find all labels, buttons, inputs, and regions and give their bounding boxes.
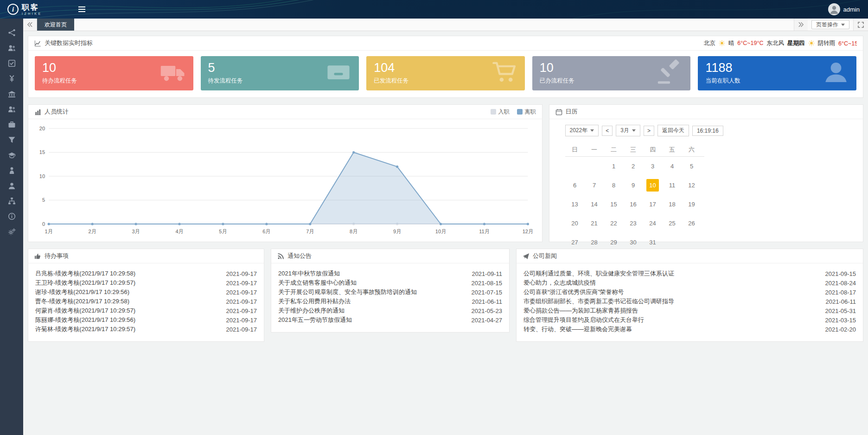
calendar-day-16[interactable]: 16	[624, 195, 643, 214]
next-month-button[interactable]: >	[644, 126, 654, 136]
calendar-day-19[interactable]: 19	[682, 195, 702, 214]
calendar-day-17[interactable]: 17	[643, 195, 663, 214]
user-menu[interactable]: admin	[828, 3, 868, 15]
news-item-text[interactable]: 爱心助力，众志成城抗疫情	[523, 279, 601, 287]
sidebar-item-user[interactable]	[0, 178, 23, 193]
news-item-text[interactable]: 市委组织部副部长、市委两新工委书记莅临公司调研指导	[523, 297, 680, 306]
sidebar-item-info[interactable]	[0, 209, 23, 224]
todo-item-text[interactable]: 曹冬-绩效考核(2021/9/17 10:29:58)	[35, 297, 135, 306]
tabs-scroll-left-button[interactable]	[23, 19, 37, 31]
calendar-day-1[interactable]: 1	[604, 157, 624, 176]
calendar-day-7[interactable]: 7	[585, 176, 604, 195]
news-item-text[interactable]: 爱心捐款公告——为装卸工杨家青募捐报告	[523, 307, 644, 315]
notice-item-date: 2021-05-23	[471, 307, 502, 314]
calendar-title: 日历	[566, 108, 578, 116]
sidebar-item-team[interactable]	[0, 102, 23, 117]
calendar-day-24[interactable]: 24	[643, 214, 663, 233]
news-item: 爱心捐款公告——为装卸工杨家青募捐报告2021-05-31	[523, 306, 856, 315]
stat-card-5[interactable]: 1188当前在职人数	[698, 56, 856, 90]
sidebar-item-org-chart[interactable]	[0, 25, 23, 40]
calendar-day-18[interactable]: 18	[663, 195, 682, 214]
svg-text:9月: 9月	[393, 229, 401, 234]
fullscreen-button[interactable]	[853, 19, 868, 31]
sidebar-item-person[interactable]	[0, 163, 23, 178]
notice-item-text[interactable]: 关于维护办公秩序的通知	[278, 307, 350, 315]
sidebar-item-users[interactable]	[0, 40, 23, 56]
sidebar-item-sitemap[interactable]	[0, 193, 23, 209]
sidebar-item-graduation-cap[interactable]	[0, 147, 23, 163]
notice-item-text[interactable]: 关于开展公司规章制度、安全与事故预防培训的通知	[278, 288, 422, 296]
calendar-day-22[interactable]: 22	[604, 214, 624, 233]
tab-operations-button[interactable]: 页签操作	[811, 20, 849, 29]
filter-icon	[8, 136, 16, 144]
calendar-day-12[interactable]: 12	[682, 176, 702, 195]
calendar-day-3[interactable]: 3	[643, 157, 663, 176]
back-to-today-button[interactable]: 返回今天	[657, 125, 689, 136]
calendar-day-8[interactable]: 8	[604, 176, 624, 195]
stat-card-3[interactable]: 104已发流程任务	[366, 56, 525, 90]
legend-item-入职[interactable]: 入职	[491, 108, 510, 116]
sidebar-item-yen[interactable]	[0, 71, 23, 86]
stat-card-1[interactable]: 10待办流程任务	[35, 56, 193, 90]
bottom-row: 待办事项 吕兆栋-绩效考核(2021/9/17 10:29:58)2021-09…	[28, 249, 863, 342]
calendar-day-11[interactable]: 11	[663, 176, 682, 195]
news-item-text[interactable]: 转变、行动、突破——迎新晚会完美谢幕	[523, 325, 638, 333]
calendar-day-13[interactable]: 13	[565, 195, 585, 214]
todo-item-text[interactable]: 吕兆栋-绩效考核(2021/9/17 10:29:58)	[35, 269, 141, 278]
notice-item-text[interactable]: 2021年中秋节放假通知	[278, 269, 345, 278]
user-icon	[8, 182, 16, 190]
sidebar	[0, 19, 23, 435]
notice-item-text[interactable]: 关于私车公用费用补贴办法	[278, 297, 356, 306]
sidebar-item-briefcase[interactable]	[0, 117, 23, 132]
calendar-day-14[interactable]: 14	[585, 195, 604, 214]
legend-swatch	[491, 109, 496, 115]
calendar-day-26[interactable]: 26	[682, 214, 702, 233]
calendar-today: 10	[646, 179, 659, 192]
sidebar-item-check-square[interactable]	[0, 56, 23, 71]
todo-item-text[interactable]: 何蒙肖-绩效考核(2021/9/17 10:29:57)	[35, 307, 141, 315]
prev-month-button[interactable]: <	[602, 126, 613, 136]
tabs-scroll-right-button[interactable]	[794, 19, 808, 31]
tab-home[interactable]: 欢迎首页	[37, 19, 74, 31]
calendar-week-row: 13141516171819	[565, 195, 704, 214]
todo-item-date: 2021-09-17	[226, 270, 257, 277]
calendar-day-15[interactable]: 15	[604, 195, 624, 214]
month-select[interactable]: 3月	[616, 125, 640, 136]
year-select-value: 2022年	[570, 127, 588, 134]
calendar-day-25[interactable]: 25	[663, 214, 682, 233]
calendar-day-6[interactable]: 6	[565, 176, 585, 195]
todo-item-text[interactable]: 谢珍-绩效考核(2021/9/17 10:29:56)	[35, 288, 135, 296]
weather-wind: 东北风	[767, 39, 785, 47]
personnel-stats-header: 人员统计 入职离职	[28, 105, 542, 119]
sidebar-toggle-button[interactable]	[77, 3, 87, 15]
notice-item-text[interactable]: 关于成立销售客服中心的通知	[278, 279, 362, 287]
news-item: 综合管理提升项目签约及启动仪式在天台举行2021-03-15	[523, 315, 856, 325]
app-logo[interactable]: i 职客 IZHIKE	[0, 4, 50, 15]
news-item-text[interactable]: 综合管理提升项目签约及启动仪式在天台举行	[523, 316, 650, 324]
calendar-day-23[interactable]: 23	[624, 214, 643, 233]
sidebar-item-cogs[interactable]	[0, 224, 23, 239]
calendar-day-20[interactable]: 20	[565, 214, 585, 233]
sidebar-item-bank[interactable]	[0, 86, 23, 102]
calendar-day-4[interactable]: 4	[663, 157, 682, 176]
news-item-text[interactable]: 公司喜获“浙江省优秀供应商”荣誉称号	[523, 288, 630, 296]
year-select[interactable]: 2022年	[565, 125, 599, 136]
legend-item-离职[interactable]: 离职	[517, 108, 536, 116]
chart-legend: 入职离职	[491, 108, 536, 116]
calendar-day-5[interactable]: 5	[682, 157, 702, 176]
calendar-day-2[interactable]: 2	[624, 157, 643, 176]
stat-card-4[interactable]: 10已办流程任务	[532, 56, 691, 90]
double-chevron-left-icon	[27, 22, 33, 27]
todo-item-text[interactable]: 许菊林-绩效考核(2021/9/17 10:29:57)	[35, 325, 141, 333]
calendar-day-21[interactable]: 21	[585, 214, 604, 233]
logo-main: 职客	[22, 4, 42, 11]
todo-item-text[interactable]: 王卫玲-绩效考核(2021/9/17 10:29:57)	[35, 279, 141, 287]
notice-item-text[interactable]: 2021年五一劳动节放假通知	[278, 316, 357, 324]
stat-card-2[interactable]: 5待发流程任务	[201, 56, 359, 90]
calendar-day-9[interactable]: 9	[624, 176, 643, 195]
news-item-text[interactable]: 公司顺利通过质量、环境、职业健康安全管理三体系认证	[523, 269, 680, 278]
todo-item-text[interactable]: 陈丽娜-绩效考核(2021/9/17 10:29:56)	[35, 316, 141, 324]
sidebar-item-filter[interactable]	[0, 132, 23, 147]
calendar-day-10[interactable]: 10	[643, 176, 663, 195]
notice-panel: 通知公告 2021年中秋节放假通知2021-09-11关于成立销售客服中心的通知…	[271, 249, 510, 333]
